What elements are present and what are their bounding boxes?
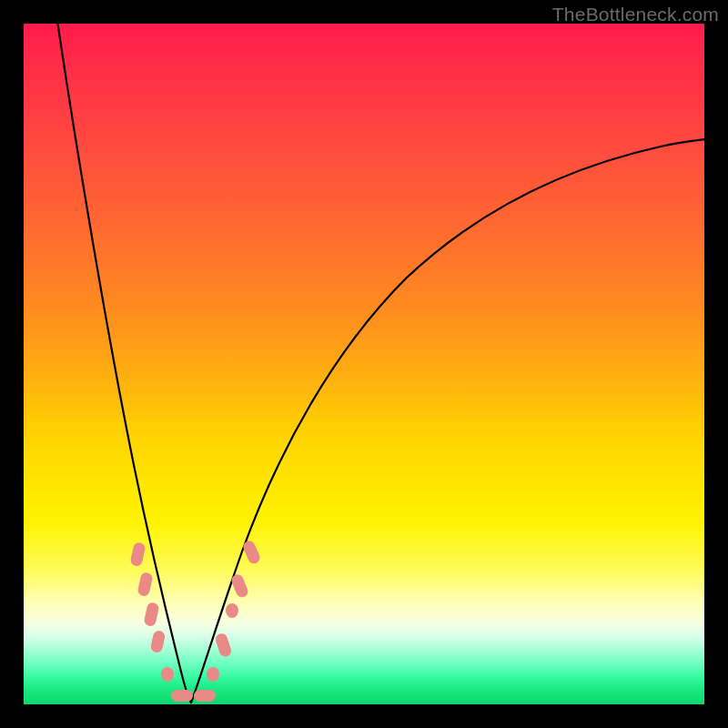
- curve-layer: [24, 24, 704, 704]
- chart-frame: TheBottleneck.com: [0, 0, 728, 728]
- marker: [207, 667, 219, 682]
- marker: [214, 632, 232, 658]
- marker: [150, 630, 167, 653]
- marker: [129, 541, 146, 567]
- marker: [161, 667, 174, 682]
- marker: [226, 603, 238, 618]
- marker: [143, 602, 159, 627]
- plot-area: [24, 24, 704, 704]
- marker-group: [129, 539, 261, 702]
- curve-left-branch: [56, 24, 191, 703]
- marker: [171, 690, 193, 702]
- watermark-text: TheBottleneck.com: [552, 4, 719, 25]
- curve-right-branch: [191, 138, 704, 703]
- marker: [194, 690, 216, 702]
- marker: [136, 571, 153, 597]
